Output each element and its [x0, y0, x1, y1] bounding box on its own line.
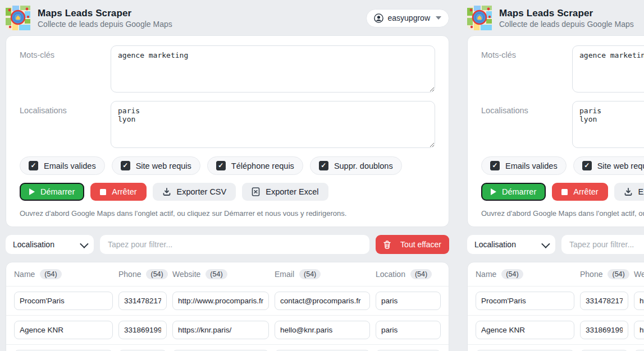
instruction-hint: Ouvrez d'abord Google Maps dans l'onglet… — [481, 208, 644, 220]
table-row — [6, 344, 449, 351]
toggle-label: Emails valides — [505, 161, 558, 170]
cell-location-input[interactable] — [376, 321, 441, 339]
checkbox-checked-icon[interactable]: ✓ — [29, 161, 38, 170]
cell-phone-input[interactable] — [580, 321, 628, 339]
cell-website-input[interactable] — [634, 321, 644, 339]
filter-field-value: Localisation — [13, 240, 54, 249]
keywords-row: Mots-clés agence marketing — [481, 45, 644, 93]
checkbox-checked-icon[interactable]: ✓ — [582, 161, 592, 170]
cell-phone-input[interactable] — [118, 292, 167, 310]
column-header-website: Website(54) — [172, 269, 269, 279]
table-row — [6, 315, 449, 344]
table-row — [6, 286, 449, 315]
cell-name-input[interactable] — [476, 292, 574, 310]
keywords-row: Mots-clés agence marketing — [20, 45, 435, 93]
clear-all-button[interactable]: Tout effacer — [376, 235, 449, 254]
app-heading: Maps Leads Scraper Collecte de leads dep… — [38, 8, 172, 29]
table-header: Name(54) Phone(54) Website(54) Email(54)… — [6, 262, 449, 286]
table-row — [468, 315, 644, 344]
action-buttons: Démarrer Arrêter Exporter CSV — [481, 183, 644, 201]
column-header-website: Website(54) — [634, 269, 644, 279]
keywords-label: Mots-clés — [20, 45, 111, 93]
toggle-label: Téléphone requis — [231, 161, 294, 170]
stop-button[interactable]: Arrêter — [552, 183, 608, 201]
stop-icon — [100, 189, 106, 195]
cell-phone-input[interactable] — [580, 292, 628, 310]
cell-website-input[interactable] — [172, 292, 269, 310]
select-chevron-icon — [541, 239, 550, 248]
start-button[interactable]: Démarrer — [20, 183, 84, 201]
export-csv-button[interactable]: Exporter CSV — [614, 183, 644, 201]
column-header-name: Name(54) — [476, 269, 574, 279]
download-icon — [624, 187, 633, 196]
toggle-label: Site web requis — [597, 161, 644, 170]
toggle-phone-required[interactable]: ✓ Téléphone requis — [207, 156, 303, 175]
count-badge: (54) — [205, 269, 227, 279]
export-csv-button[interactable]: Exporter CSV — [153, 183, 236, 201]
checkbox-checked-icon[interactable]: ✓ — [490, 161, 500, 170]
column-header-email: Email(54) — [275, 269, 370, 279]
locations-row: Localisations paris lyon — [20, 101, 435, 148]
locations-textarea[interactable]: paris lyon — [111, 101, 435, 148]
leads-table: Name(54) Phone(54) Website(54) Email(54)… — [467, 262, 644, 351]
toggle-dedupe[interactable]: ✓ Suppr. doublons — [310, 156, 402, 175]
locations-textarea[interactable]: paris lyon — [572, 101, 644, 148]
app-header: Maps Leads Scraper Collecte de leads dep… — [467, 0, 644, 35]
filter-field-select[interactable]: Localisation — [467, 235, 555, 254]
toggle-website-required[interactable]: ✓ Site web requis — [573, 156, 644, 175]
stop-button[interactable]: Arrêter — [90, 183, 146, 201]
user-avatar-icon — [374, 13, 383, 23]
cell-website-input[interactable] — [634, 292, 644, 310]
scraper-form-card: Mots-clés agence marketing Localisations… — [6, 35, 449, 227]
keywords-textarea[interactable]: agence marketing — [572, 45, 644, 93]
cell-email-input[interactable] — [275, 292, 370, 310]
filter-bar: Localisation Tout effacer — [467, 235, 644, 254]
count-badge: (54) — [608, 269, 629, 279]
leads-table: Name(54) Phone(54) Website(54) Email(54)… — [6, 262, 449, 351]
keywords-textarea[interactable]: agence marketing — [111, 45, 435, 93]
checkbox-checked-icon[interactable]: ✓ — [121, 161, 130, 170]
cell-phone-input[interactable] — [118, 321, 167, 339]
select-chevron-icon — [80, 239, 89, 248]
app-title: Maps Leads Scraper — [38, 8, 172, 19]
chevron-down-icon — [436, 16, 441, 20]
count-badge: (54) — [410, 269, 432, 279]
trash-icon — [383, 241, 391, 249]
table-header: Name(54) Phone(54) Website(54) Email(54)… — [468, 262, 644, 286]
cell-website-input[interactable] — [172, 321, 269, 339]
toggle-valid-emails[interactable]: ✓ Emails valides — [20, 156, 105, 175]
app-heading: Maps Leads Scraper Collecte de leads dep… — [499, 8, 634, 29]
column-header-name: Name(54) — [14, 269, 113, 279]
column-header-phone: Phone(54) — [118, 269, 167, 279]
filter-field-select[interactable]: Localisation — [6, 235, 94, 254]
toggle-website-required[interactable]: ✓ Site web requis — [112, 156, 200, 175]
toggle-valid-emails[interactable]: ✓ Emails valides — [481, 156, 567, 175]
checkbox-checked-icon[interactable]: ✓ — [319, 161, 328, 170]
cell-name-input[interactable] — [14, 292, 113, 310]
filter-text-input[interactable] — [561, 235, 644, 254]
cell-name-input[interactable] — [14, 321, 113, 339]
app-header: Maps Leads Scraper Collecte de leads dep… — [6, 0, 449, 35]
scraper-panel-left: Maps Leads Scraper Collecte de leads dep… — [0, 0, 455, 351]
filter-text-input[interactable] — [100, 235, 369, 254]
table-row — [468, 344, 644, 351]
count-badge: (54) — [299, 269, 321, 279]
account-dropdown[interactable]: easyupgrow — [366, 9, 450, 27]
stop-icon — [561, 189, 568, 195]
cell-location-input[interactable] — [376, 292, 441, 310]
locations-label: Localisations — [481, 101, 572, 148]
action-buttons: Démarrer Arrêter Exporter CSV — [20, 183, 435, 201]
scraper-panel-right: Maps Leads Scraper Collecte de leads dep… — [462, 0, 644, 351]
play-icon — [491, 188, 496, 195]
cell-email-input[interactable] — [275, 321, 370, 339]
export-excel-button[interactable]: Exporter Excel — [242, 183, 328, 201]
cell-name-input[interactable] — [476, 321, 574, 339]
toggle-label: Suppr. doublons — [334, 161, 393, 170]
scraper-form-card: Mots-clés agence marketing Localisations… — [467, 35, 644, 227]
app-logo-icon — [467, 6, 492, 30]
column-header-phone: Phone(54) — [580, 269, 628, 279]
app-logo-icon — [6, 6, 30, 30]
excel-file-icon — [252, 187, 260, 196]
start-button[interactable]: Démarrer — [481, 183, 546, 201]
checkbox-checked-icon[interactable]: ✓ — [216, 161, 226, 170]
